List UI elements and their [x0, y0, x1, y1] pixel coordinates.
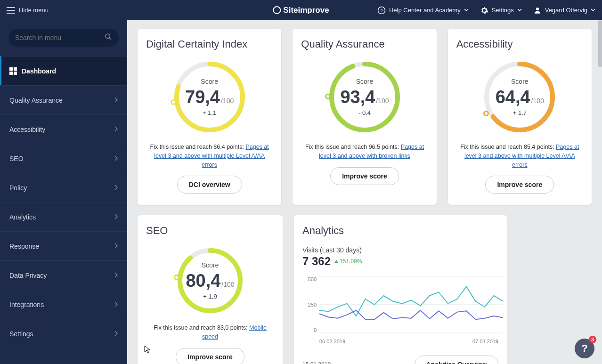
question-circle-icon: ? [377, 6, 386, 15]
visits-label: Visits (Last 30 days) [302, 246, 498, 254]
gauge-dot-icon [325, 94, 331, 99]
card-dci: Digital Certainty Index Score 79,4/100 +… [138, 29, 281, 205]
visits-percent: 151,09% [334, 258, 362, 265]
sidebar-item-response[interactable]: Response [0, 231, 127, 260]
help-bubble-button[interactable]: ? 3 [575, 339, 594, 358]
card-title: Digital Certainty Index [146, 38, 273, 50]
score-value: 93,4 [340, 87, 375, 107]
card-analytics: Analytics Visits (Last 30 days) 7 362 15… [294, 215, 507, 364]
chevron-right-icon [114, 213, 118, 221]
card-qa: Quality Assurance Score 93,4/100 - 0,4 F… [293, 29, 436, 205]
score-suffix: /100 [531, 97, 544, 105]
x-start: 06.02.2019 [319, 339, 345, 344]
sidebar-item-settings[interactable]: Settings [0, 319, 127, 348]
sidebar-item-label: Accessibility [9, 126, 45, 133]
svg-line-4 [109, 38, 111, 40]
visits-chart: 500 250 0 06.02.2019 07.03.2019 [302, 276, 498, 344]
analytics-overview-button[interactable]: Analytics Overview [415, 356, 498, 364]
settings-menu[interactable]: Settings [480, 6, 522, 15]
score-value: 80,4 [186, 271, 220, 291]
chevron-down-icon [517, 7, 522, 14]
chevron-right-icon [114, 272, 118, 279]
chevron-down-icon [591, 7, 595, 14]
user-label: Vegard Ottervig [545, 7, 587, 14]
search-icon [105, 33, 112, 42]
visits-value: 7 362 [302, 255, 331, 268]
sidebar-item-integrations[interactable]: Integrations [0, 290, 127, 319]
sidebar-item-label: Analytics [9, 213, 36, 221]
help-center-menu[interactable]: ? Help Center and Academy [377, 6, 469, 15]
brand-logo: Siteimprove [273, 6, 329, 15]
card-title: SEO [146, 225, 274, 237]
fix-prefix: Fix this issue and reach 86,4 points: [150, 144, 246, 150]
svg-point-3 [106, 34, 110, 38]
score-delta: + 1,9 [203, 293, 217, 300]
card-title: Analytics [302, 225, 498, 237]
lower-date: 15.01.2019 [302, 361, 331, 364]
chevron-down-icon [464, 7, 469, 14]
sidebar-item-analytics[interactable]: Analytics [0, 202, 127, 231]
chevron-right-icon [114, 184, 118, 192]
help-label: Help Center and Academy [389, 7, 461, 14]
sidebar-item-label: Dashboard [22, 67, 56, 75]
dci-overview-button[interactable]: DCI overview [177, 176, 242, 194]
line-chart-svg [319, 276, 503, 335]
score-suffix: /100 [221, 281, 234, 288]
brand-text: Siteimprove [283, 6, 329, 15]
score-delta: + 1,7 [513, 109, 527, 116]
sidebar-item-policy[interactable]: Policy [0, 173, 127, 202]
hamburger-icon [7, 6, 15, 15]
sidebar-item-data-privacy[interactable]: Data Privacy [0, 260, 127, 290]
question-icon: ? [581, 342, 587, 355]
hide-menu-label: Hide menu [19, 7, 49, 14]
sidebar-item-dashboard[interactable]: Dashboard [0, 56, 127, 85]
menu-search[interactable] [8, 29, 119, 47]
sidebar-item-qa[interactable]: Quality Assurance [0, 85, 127, 114]
score-value: 79,4 [185, 87, 220, 107]
score-label: Score [356, 78, 374, 85]
score-delta: - 0,4 [358, 109, 371, 116]
gauge-accessibility: Score 64,4/100 + 1,7 [482, 60, 557, 134]
gauge-qa: Score 93,4/100 - 0,4 [327, 60, 402, 134]
y-tick: 0 [302, 327, 317, 333]
settings-label: Settings [492, 7, 514, 14]
user-menu[interactable]: Vegard Ottervig [533, 6, 595, 15]
score-label: Score [202, 261, 219, 269]
gauge-seo: Score 80,4/100 + 1,9 [176, 246, 244, 315]
score-label: Score [201, 78, 218, 85]
sidebar-item-seo[interactable]: SEO [0, 144, 127, 173]
chevron-right-icon [114, 243, 118, 250]
gauge-dot-icon [171, 99, 176, 105]
cursor-icon [144, 345, 151, 355]
chevron-right-icon [114, 330, 118, 338]
y-tick: 250 [302, 302, 317, 307]
score-label: Score [511, 78, 529, 85]
card-title: Quality Assurance [301, 38, 428, 50]
hide-menu-button[interactable]: Hide menu [7, 6, 49, 15]
score-delta: + 1,1 [203, 109, 216, 116]
score-suffix: /100 [376, 97, 389, 105]
sidebar-item-accessibility[interactable]: Accessibility [0, 114, 127, 144]
chevron-right-icon [114, 155, 118, 162]
fix-prefix: Fix this issue and reach 83,0 points: [154, 324, 249, 331]
chevron-right-icon [114, 126, 118, 133]
main-content: Digital Certainty Index Score 79,4/100 +… [127, 20, 602, 364]
sidebar: Dashboard Quality Assurance Accessibilit… [0, 20, 127, 364]
sidebar-item-label: SEO [9, 155, 24, 162]
improve-score-button[interactable]: Improve score [485, 176, 554, 194]
fix-prefix: Fix this issue and reach 85,4 points: [460, 144, 556, 150]
gear-icon [480, 6, 488, 15]
menu-search-input[interactable] [15, 34, 105, 41]
card-seo: SEO Score 80,4/100 + 1,9 Fix this issue … [138, 215, 283, 364]
improve-score-button[interactable]: Improve score [176, 348, 244, 364]
svg-point-2 [536, 8, 539, 10]
sidebar-item-label: Data Privacy [9, 272, 47, 279]
scrollbar[interactable] [598, 20, 602, 67]
gauge-dci: Score 79,4/100 + 1,1 [172, 60, 247, 134]
score-suffix: /100 [221, 97, 234, 105]
improve-score-button[interactable]: Improve score [330, 167, 399, 185]
svg-text:?: ? [380, 8, 383, 13]
sidebar-item-label: Quality Assurance [9, 97, 63, 104]
triangle-up-icon [334, 260, 338, 263]
sidebar-item-label: Settings [9, 330, 33, 338]
